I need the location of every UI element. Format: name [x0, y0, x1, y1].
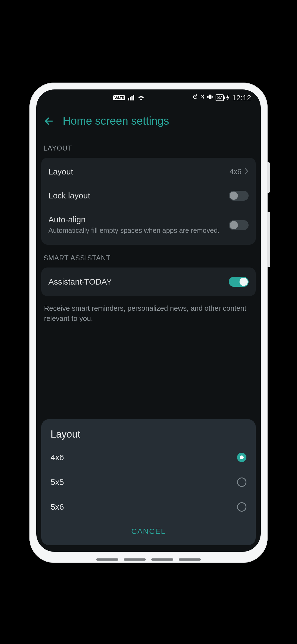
settings-content: LAYOUT Layout 4x6 Lock layout — [36, 135, 261, 327]
bluetooth-icon — [201, 94, 205, 102]
toggle-auto-align[interactable] — [229, 220, 249, 230]
layout-picker-dialog: Layout 4x6 5x5 5x6 CANCEL — [41, 419, 256, 545]
device-volume-button — [268, 212, 270, 267]
radio-unselected-icon — [237, 502, 246, 512]
row-auto-align[interactable]: Auto-align Automatically fill empty spac… — [41, 208, 256, 242]
cancel-button[interactable]: CANCEL — [131, 527, 166, 536]
radio-unselected-icon — [237, 477, 246, 487]
battery-percent: 87 — [217, 95, 222, 100]
section-label-smart: SMART ASSISTANT — [41, 245, 256, 268]
dialog-title: Layout — [41, 429, 256, 445]
charging-icon — [226, 94, 230, 102]
row-assistant-title: Assistant·TODAY — [48, 277, 223, 286]
toggle-assistant-today[interactable] — [229, 277, 249, 287]
vibrate-icon — [207, 94, 213, 102]
device-power-button — [268, 162, 270, 193]
row-align-title: Auto-align — [48, 215, 223, 224]
page-header: Home screen settings — [36, 106, 261, 135]
status-left: VoLTE — [113, 89, 145, 106]
row-layout-value: 4x6 — [229, 168, 241, 176]
battery-icon: 87 — [216, 94, 224, 101]
device-speaker — [96, 558, 201, 561]
assistant-card: Assistant·TODAY — [41, 268, 256, 296]
assistant-footnote: Receive smart reminders, personalized ne… — [41, 296, 256, 327]
option-label: 5x6 — [51, 502, 64, 512]
back-button[interactable] — [43, 115, 55, 127]
wifi-icon — [138, 95, 145, 100]
row-assistant-today[interactable]: Assistant·TODAY — [41, 270, 256, 294]
chevron-right-icon — [244, 168, 249, 176]
option-label: 4x6 — [51, 453, 64, 462]
row-layout[interactable]: Layout 4x6 — [41, 160, 256, 184]
page-title: Home screen settings — [63, 115, 169, 127]
layout-card: Layout 4x6 Lock layout — [41, 158, 256, 245]
radio-selected-icon — [237, 453, 246, 462]
row-lock-layout[interactable]: Lock layout — [41, 184, 256, 208]
status-clock: 12:12 — [232, 94, 251, 102]
arrow-left-icon — [44, 116, 54, 126]
row-lock-title: Lock layout — [48, 191, 223, 200]
row-align-sub: Automatically fill empty spaces when app… — [48, 226, 223, 235]
section-label-layout: LAYOUT — [41, 135, 256, 158]
alarm-icon — [192, 94, 198, 102]
layout-option-4x6[interactable]: 4x6 — [41, 445, 256, 470]
row-layout-title: Layout — [48, 167, 224, 176]
signal-icon — [128, 95, 134, 100]
status-right: 87 12:12 — [192, 94, 251, 102]
screen: VoLTE 87 — [36, 89, 261, 552]
layout-option-5x5[interactable]: 5x5 — [41, 470, 256, 495]
device-frame: VoLTE 87 — [29, 83, 268, 563]
status-bar: VoLTE 87 — [36, 89, 261, 106]
layout-option-5x6[interactable]: 5x6 — [41, 495, 256, 519]
option-label: 5x5 — [51, 477, 64, 487]
volte-icon: VoLTE — [113, 95, 125, 100]
toggle-lock-layout[interactable] — [229, 191, 249, 201]
